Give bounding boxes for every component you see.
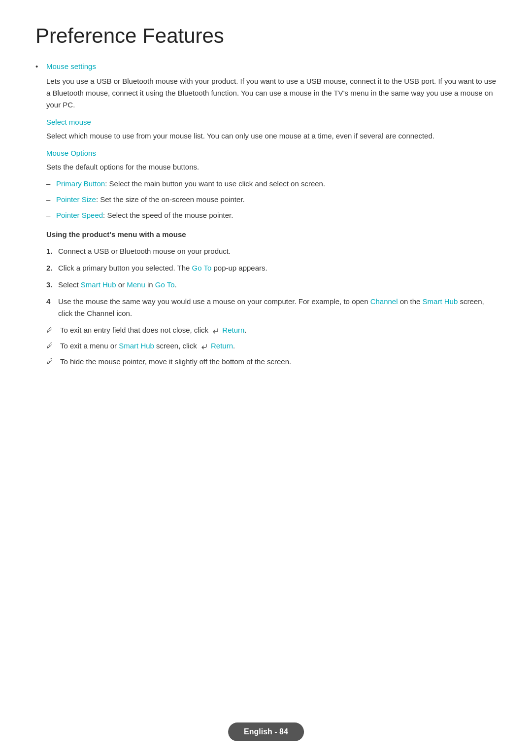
dash-item-text-1: : Select the main button you want to use… xyxy=(105,179,325,188)
mouse-settings-desc: Lets you use a USB or Bluetooth mouse wi… xyxy=(35,75,497,111)
smart-hub-link-3[interactable]: Smart Hub xyxy=(119,342,154,350)
bullet-list: Mouse settings xyxy=(35,62,497,70)
steps-list: 1. Connect a USB or Bluetooth mouse on y… xyxy=(35,245,497,319)
select-mouse-desc: Select which mouse to use from your mous… xyxy=(35,130,497,142)
dash-item-text-2: : Set the size of the on-screen mouse po… xyxy=(96,195,245,204)
step-1-text: Connect a USB or Bluetooth mouse on your… xyxy=(58,247,231,255)
note-1: 🖊 To exit an entry field that does not c… xyxy=(46,324,497,336)
note-3-text: To hide the mouse pointer, move it sligh… xyxy=(60,357,291,366)
bullet-item-mouse-settings: Mouse settings xyxy=(35,62,497,70)
note-2-text: To exit a menu or Smart Hub screen, clic… xyxy=(60,342,235,350)
note-icon-2: 🖊 xyxy=(46,340,53,351)
note-icon-1: 🖊 xyxy=(46,324,53,335)
return-link-1[interactable]: Return xyxy=(222,326,244,334)
notes-list: 🖊 To exit an entry field that does not c… xyxy=(35,324,497,368)
step-4: 4 Use the mouse the same way you would u… xyxy=(46,296,497,319)
channel-link[interactable]: Channel xyxy=(370,297,398,306)
smart-hub-link-2[interactable]: Smart Hub xyxy=(423,297,458,306)
footer-label: English - 84 xyxy=(228,722,304,741)
step-num-1: 1. xyxy=(46,245,53,257)
step-1: 1. Connect a USB or Bluetooth mouse on y… xyxy=(46,245,497,257)
step-num-2: 2. xyxy=(46,262,53,274)
note-2: 🖊 To exit a menu or Smart Hub screen, cl… xyxy=(46,340,497,352)
pointer-size-link[interactable]: Pointer Size xyxy=(56,195,96,204)
page-title: Preference Features xyxy=(35,24,497,48)
go-to-link-1[interactable]: Go To xyxy=(192,264,212,272)
list-item: Pointer Speed: Select the speed of the m… xyxy=(46,209,497,221)
step-num-3: 3. xyxy=(46,279,53,291)
select-mouse-heading: Select mouse xyxy=(35,118,497,126)
note-1-text: To exit an entry field that does not clo… xyxy=(60,326,247,334)
step-2: 2. Click a primary button you selected. … xyxy=(46,262,497,274)
step-3: 3. Select Smart Hub or Menu in Go To. xyxy=(46,279,497,291)
go-to-link-2[interactable]: Go To xyxy=(155,280,175,289)
return-link-2[interactable]: Return xyxy=(211,342,233,350)
step-3-text: Select Smart Hub or Menu in Go To. xyxy=(58,280,177,289)
step-num-4: 4 xyxy=(46,296,50,308)
list-item: Primary Button: Select the main button y… xyxy=(46,178,497,190)
mouse-options-desc: Sets the default options for the mouse b… xyxy=(35,161,497,173)
pointer-speed-link[interactable]: Pointer Speed xyxy=(56,211,103,219)
note-icon-3: 🖊 xyxy=(46,356,53,367)
page-content: Preference Features Mouse settings Lets … xyxy=(0,0,532,431)
using-heading: Using the product's menu with a mouse xyxy=(35,230,497,239)
dash-item-text-3: : Select the speed of the mouse pointer. xyxy=(103,211,233,219)
step-2-text: Click a primary button you selected. The… xyxy=(58,264,267,272)
mouse-options-heading: Mouse Options xyxy=(35,149,497,157)
return-icon-1 xyxy=(211,326,219,334)
return-icon-2 xyxy=(200,342,208,350)
note-3: 🖊 To hide the mouse pointer, move it sli… xyxy=(46,356,497,368)
list-item: Pointer Size: Set the size of the on-scr… xyxy=(46,194,497,206)
mouse-settings-link[interactable]: Mouse settings xyxy=(46,62,96,70)
smart-hub-link-1[interactable]: Smart Hub xyxy=(81,280,116,289)
step-4-text: Use the mouse the same way you would use… xyxy=(58,297,484,317)
primary-button-link[interactable]: Primary Button xyxy=(56,179,105,188)
menu-link[interactable]: Menu xyxy=(127,280,145,289)
dash-list: Primary Button: Select the main button y… xyxy=(35,178,497,221)
